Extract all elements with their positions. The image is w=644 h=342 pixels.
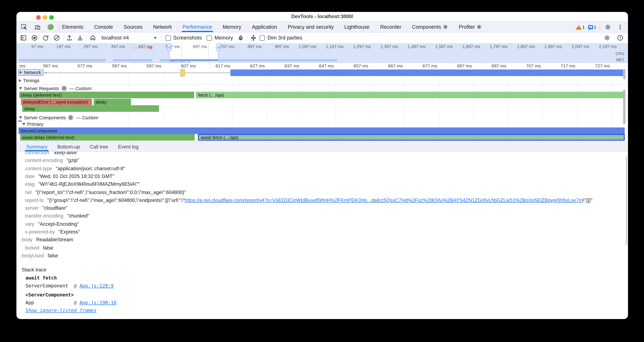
header-row: lockedfalse bbox=[16, 244, 624, 252]
tab-privacy-and-security[interactable]: Privacy and security bbox=[282, 22, 339, 32]
react-atom-icon bbox=[68, 115, 74, 120]
header-row: x-powered-by"Express" bbox=[16, 228, 624, 236]
tab-recorder[interactable]: Recorder bbox=[375, 22, 406, 32]
overview-tick-label: 797 ms bbox=[220, 44, 236, 49]
flame-event[interactable]: fetch (…/api) bbox=[196, 92, 625, 98]
flame-event[interactable]: delayedError (…ayed exception) bbox=[21, 99, 92, 105]
tab-network[interactable]: Network bbox=[148, 22, 177, 32]
toggle-sidebar-icon[interactable] bbox=[19, 33, 28, 42]
header-key: report-to bbox=[25, 197, 44, 203]
collapse-arrow-icon bbox=[19, 116, 22, 119]
upload-profile-icon[interactable] bbox=[65, 33, 74, 42]
network-request-waiting-bar[interactable] bbox=[38, 72, 230, 73]
flame-event[interactable]: delay bbox=[94, 99, 131, 105]
network-track-header[interactable]: Network bbox=[18, 69, 44, 76]
timing-marker[interactable] bbox=[180, 69, 184, 77]
grip-icon bbox=[168, 46, 169, 49]
record-icon[interactable] bbox=[30, 33, 39, 42]
device-toolbar-icon[interactable] bbox=[33, 22, 42, 32]
extension-icon[interactable] bbox=[46, 22, 55, 32]
expand-arrow-icon bbox=[20, 71, 22, 74]
details-tab-call-tree[interactable]: Call tree bbox=[85, 142, 113, 151]
history-dropdown[interactable]: localhost #4 bbox=[102, 35, 157, 41]
header-row: date"Wed, 01 Oct 2025 18:32:01 GMT" bbox=[16, 173, 624, 181]
stack-heading-text: await fetch bbox=[26, 275, 57, 281]
selection-handle-left[interactable] bbox=[167, 44, 172, 51]
download-profile-icon[interactable] bbox=[76, 33, 84, 42]
header-value: "gzip" bbox=[66, 158, 79, 163]
timeline-overview[interactable]: 97 ms197 ms297 ms397 ms497 ms597 ms697 m… bbox=[16, 43, 628, 63]
overview-tick-label: 197 ms bbox=[56, 44, 72, 49]
show-ignore-listed-link[interactable]: Show ignore-listed frames bbox=[26, 307, 97, 313]
inspect-element-icon[interactable] bbox=[20, 22, 29, 32]
timeline-ruler: ms567 ms577 ms587 ms597 ms607 ms617 ms62… bbox=[16, 63, 628, 69]
flame-event[interactable]: delay bbox=[22, 105, 159, 112]
warnings-badge[interactable]: 1 bbox=[576, 25, 585, 29]
primary-group-header[interactable]: Primary bbox=[22, 121, 44, 127]
stack-frame[interactable]: App @ App.js:190:16 bbox=[26, 299, 116, 305]
tab-components[interactable]: Components bbox=[406, 22, 453, 32]
header-row: content-encoding"gzip" bbox=[16, 157, 624, 165]
details-tab-bottom-up[interactable]: Bottom-up bbox=[52, 142, 85, 151]
overview-tick-label: 1,597 ms bbox=[435, 44, 454, 49]
network-track[interactable]: Network bbox=[16, 69, 628, 77]
tab-lighthouse[interactable]: Lighthouse bbox=[339, 22, 375, 32]
issues-count: 1 bbox=[594, 25, 596, 29]
server-requests-track-header[interactable]: Server Requests — Custom bbox=[19, 85, 92, 91]
flame-event[interactable]: ServerComponent bbox=[18, 127, 625, 134]
details-tab-event-log[interactable]: Event log bbox=[113, 142, 144, 151]
record-and-reload-icon[interactable] bbox=[41, 33, 50, 42]
tab-application[interactable]: Application bbox=[246, 22, 282, 32]
help-icon[interactable]: ? bbox=[616, 33, 625, 42]
header-key: locked bbox=[25, 245, 39, 251]
history-dropdown-label: localhost #4 bbox=[102, 35, 129, 41]
live-metrics-home-icon[interactable] bbox=[88, 33, 97, 42]
tab-profiler[interactable]: Profiler bbox=[453, 22, 487, 32]
header-key: body bbox=[22, 237, 32, 243]
header-key: bodyUsed bbox=[22, 253, 44, 258]
tab-elements[interactable]: Elements bbox=[57, 22, 89, 32]
stack-frame-heading: await fetch bbox=[26, 275, 57, 281]
network-request-bar[interactable] bbox=[230, 70, 624, 76]
settings-gear-icon[interactable] bbox=[603, 22, 612, 32]
grip-icon bbox=[219, 46, 220, 49]
flame-event[interactable]: delay (deferred text) bbox=[19, 92, 194, 98]
garbage-collect-icon[interactable] bbox=[236, 33, 245, 42]
timings-track-header[interactable]: Timings bbox=[19, 77, 39, 84]
net-lane-label: NET bbox=[616, 58, 624, 62]
tab-memory[interactable]: Memory bbox=[218, 22, 246, 32]
ruler-tick-label: 597 ms bbox=[146, 63, 163, 68]
selection-handle-right[interactable] bbox=[216, 44, 221, 51]
screen: DevTools - localhost:3000/ ElementsConso… bbox=[0, 0, 644, 342]
collapse-tracks-icon[interactable] bbox=[249, 33, 258, 42]
frame-source-link[interactable]: App.js:190:16 bbox=[80, 299, 116, 305]
tab-performance[interactable]: Performance bbox=[177, 22, 218, 32]
report-endpoint-link[interactable]: https://a.nel.cloudflare.com/report/v4?s… bbox=[184, 197, 583, 203]
dim-3rd-parties-checkbox[interactable] bbox=[260, 35, 265, 41]
stack-trace-title: Stack trace bbox=[22, 267, 46, 272]
primary-track-chip bbox=[18, 120, 22, 122]
tab-console[interactable]: Console bbox=[89, 22, 118, 32]
summary-scrollbar-thumb[interactable] bbox=[626, 157, 627, 245]
issues-badge[interactable]: 1 bbox=[588, 25, 596, 29]
divider bbox=[16, 84, 628, 85]
kebab-menu-icon[interactable] bbox=[616, 22, 625, 32]
flame-event[interactable]: await delay (deferred text) bbox=[20, 134, 195, 141]
flame-event[interactable]: await fetch (…/api) bbox=[198, 134, 625, 141]
header-value-suffix: \"}]}" bbox=[583, 197, 592, 203]
server-components-track-header[interactable]: Server Components — Custom bbox=[19, 114, 98, 121]
flame-chart: Network Timings Server Requests — Custom bbox=[16, 69, 628, 141]
memory-checkbox[interactable] bbox=[207, 35, 212, 41]
clear-icon[interactable] bbox=[52, 33, 61, 42]
tab-sources[interactable]: Sources bbox=[118, 22, 148, 32]
frame-source-link[interactable]: App.js:128:9 bbox=[80, 283, 114, 288]
panel-settings-gear-icon[interactable] bbox=[602, 33, 612, 42]
overview-tick-label: 1,497 ms bbox=[408, 44, 427, 49]
header-key: server bbox=[25, 205, 39, 211]
stack-frame[interactable]: ServerComponent @ App.js:128:9 bbox=[26, 283, 114, 288]
screenshots-checkbox[interactable] bbox=[166, 35, 171, 41]
details-tab-summary[interactable]: Summary bbox=[22, 142, 52, 151]
show-ignore-listed-frames-link[interactable]: Show ignore-listed frames bbox=[26, 307, 97, 313]
flame-scrollbar-thumb[interactable] bbox=[623, 69, 626, 79]
warning-count: 1 bbox=[582, 25, 585, 29]
